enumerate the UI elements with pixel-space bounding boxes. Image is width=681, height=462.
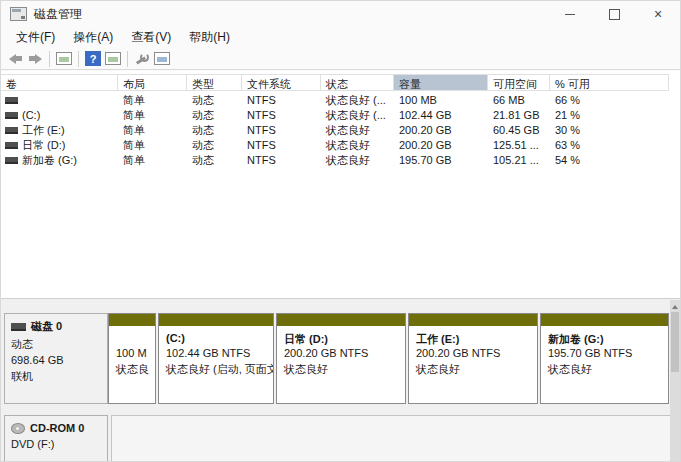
menu-help[interactable]: 帮助(H) xyxy=(180,27,239,48)
partition-color-bar xyxy=(277,314,405,326)
partition-status: 状态良好 xyxy=(277,361,405,377)
table-row[interactable]: (C:) 简单 动态 NTFS 状态良好 (... 102.44 GB 21.8… xyxy=(1,108,669,123)
partition-color-bar xyxy=(159,314,273,326)
volume-name-cell: 新加卷 (G:) xyxy=(1,153,118,168)
table-row[interactable]: 工作 (E:) 简单 动态 NTFS 状态良好 200.20 GB 60.45 … xyxy=(1,123,669,138)
list-view-button[interactable] xyxy=(103,50,123,68)
column-header-layout[interactable]: 布局 xyxy=(118,75,187,90)
help-button[interactable]: ? xyxy=(83,50,103,68)
forward-icon xyxy=(29,54,42,64)
help-icon: ? xyxy=(85,51,101,66)
console-tree-button[interactable] xyxy=(54,50,74,68)
volume-icon xyxy=(5,112,18,119)
column-header-freespace[interactable]: 可用空间 xyxy=(488,75,550,90)
layout-cell: 简单 xyxy=(118,93,187,108)
window-title: 磁盘管理 xyxy=(34,6,82,23)
column-header-status[interactable]: 状态 xyxy=(321,75,394,90)
volume-name-cell xyxy=(1,93,118,108)
partition-size: 195.70 GB NTFS xyxy=(541,345,668,361)
capacity-cell: 195.70 GB xyxy=(394,153,488,168)
column-header-type[interactable]: 类型 xyxy=(187,75,242,90)
disk-management-window: 磁盘管理 × 文件(F) 操作(A) 查看(V) 帮助(H) ? xyxy=(0,0,681,462)
properties-button[interactable] xyxy=(132,50,152,68)
maximize-icon xyxy=(609,9,620,20)
status-cell: 状态良好 xyxy=(321,123,394,138)
partition-status: 状态良好 xyxy=(409,361,537,377)
type-cell: 动态 xyxy=(187,138,242,153)
type-cell: 动态 xyxy=(187,108,242,123)
cdrom-name: CD-ROM 0 xyxy=(30,422,84,434)
disk-size: 698.64 GB xyxy=(11,354,107,366)
volume-icon xyxy=(5,142,18,149)
table-row[interactable]: 日常 (D:) 简单 动态 NTFS 状态良好 200.20 GB 125.51… xyxy=(1,138,669,153)
type-cell: 动态 xyxy=(187,93,242,108)
console-tree-icon xyxy=(56,52,72,65)
partition-color-bar xyxy=(409,314,537,326)
table-row[interactable]: 简单 动态 NTFS 状态良好 (... 100 MB 66 MB 66 % xyxy=(1,93,669,108)
filesystem-cell: NTFS xyxy=(242,138,321,153)
disk-icon xyxy=(11,323,26,331)
column-header-filesystem[interactable]: 文件系统 xyxy=(242,75,321,90)
cdrom-media: DVD (F:) xyxy=(11,438,107,450)
partition-g[interactable]: 新加卷 (G:) 195.70 GB NTFS 状态良好 xyxy=(540,313,669,404)
capacity-cell: 200.20 GB xyxy=(394,123,488,138)
status-cell: 状态良好 (... xyxy=(321,108,394,123)
partition-size: 102.44 GB NTFS xyxy=(159,345,273,361)
pct-free-cell: 21 % xyxy=(550,108,669,123)
volume-icon xyxy=(5,97,18,104)
vertical-scrollbar[interactable] xyxy=(670,300,680,462)
partition-d[interactable]: 日常 (D:) 200.20 GB NTFS 状态良好 xyxy=(276,313,406,404)
scrollbar-thumb[interactable] xyxy=(671,312,679,372)
filesystem-cell: NTFS xyxy=(242,153,321,168)
partition-title: 新加卷 (G:) xyxy=(541,326,668,345)
toolbar-separator xyxy=(127,51,128,67)
disk-0-info-box[interactable]: 磁盘 0 动态 698.64 GB 联机 xyxy=(4,313,108,404)
pct-free-cell: 30 % xyxy=(550,123,669,138)
partition-status: 状态良好 (启动, 页面文 xyxy=(159,361,273,377)
partition-c[interactable]: (C:) 102.44 GB NTFS 状态良好 (启动, 页面文 xyxy=(158,313,274,404)
new-window-button[interactable] xyxy=(152,50,172,68)
column-header-pctfree[interactable]: % 可用 xyxy=(550,75,669,90)
close-button[interactable]: × xyxy=(636,1,680,27)
layout-cell: 简单 xyxy=(118,123,187,138)
window-controls: × xyxy=(548,1,680,27)
cdrom-media-area[interactable] xyxy=(111,415,671,462)
menu-action[interactable]: 操作(A) xyxy=(64,27,122,48)
volume-name-cell: 日常 (D:) xyxy=(1,138,118,153)
scroll-up-icon xyxy=(672,302,678,309)
maximize-button[interactable] xyxy=(592,1,636,27)
menu-view[interactable]: 查看(V) xyxy=(122,27,180,48)
partition-system-reserved[interactable]: 100 M 状态良 xyxy=(108,313,156,404)
cdrom-0-info-box[interactable]: CD-ROM 0 DVD (F:) xyxy=(4,415,108,462)
minimize-button[interactable] xyxy=(548,1,592,27)
partition-title: 工作 (E:) xyxy=(409,326,537,345)
forward-button[interactable] xyxy=(25,50,45,68)
column-header-capacity[interactable]: 容量 xyxy=(394,75,488,90)
back-button[interactable] xyxy=(5,50,25,68)
filesystem-cell: NTFS xyxy=(242,123,321,138)
volume-icon xyxy=(5,157,18,164)
volume-table-body: 简单 动态 NTFS 状态良好 (... 100 MB 66 MB 66 % (… xyxy=(1,93,669,168)
menu-file[interactable]: 文件(F) xyxy=(7,27,64,48)
minimize-icon xyxy=(565,14,575,15)
back-icon xyxy=(9,54,22,64)
wrench-icon xyxy=(135,52,150,66)
partition-size: 100 M xyxy=(109,345,155,361)
list-view-icon xyxy=(105,52,121,65)
menu-bar: 文件(F) 操作(A) 查看(V) 帮助(H) xyxy=(1,27,680,48)
partition-title xyxy=(109,326,155,345)
close-icon: × xyxy=(654,7,662,21)
partition-status: 状态良好 xyxy=(541,361,668,377)
partition-e[interactable]: 工作 (E:) 200.20 GB NTFS 状态良好 xyxy=(408,313,538,404)
status-cell: 状态良好 (... xyxy=(321,93,394,108)
free-space-cell: 60.45 GB xyxy=(488,123,550,138)
volume-name-cell: (C:) xyxy=(1,108,118,123)
table-row[interactable]: 新加卷 (G:) 简单 动态 NTFS 状态良好 195.70 GB 105.2… xyxy=(1,153,669,168)
graphical-view-pane: 磁盘 0 动态 698.64 GB 联机 100 M 状态良 (C:) 102.… xyxy=(1,298,680,462)
pct-free-cell: 66 % xyxy=(550,93,669,108)
free-space-cell: 125.51 ... xyxy=(488,138,550,153)
volume-table-header: 卷 布局 类型 文件系统 状态 容量 可用空间 % 可用 xyxy=(1,74,669,91)
column-header-volume[interactable]: 卷 xyxy=(1,75,118,90)
filesystem-cell: NTFS xyxy=(242,93,321,108)
partition-size: 200.20 GB NTFS xyxy=(277,345,405,361)
